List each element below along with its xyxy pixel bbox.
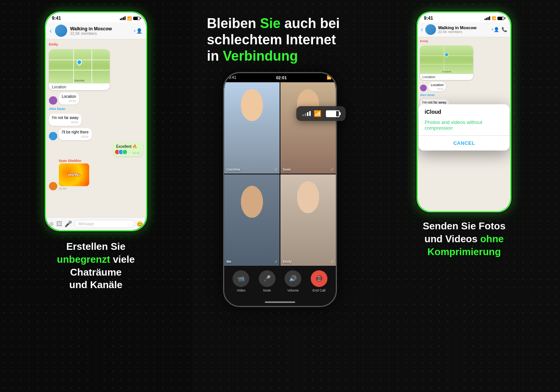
emoji-icon[interactable]: 😊: [137, 221, 143, 227]
sticker-row: Sean Sheldon WAITING 14:55: [49, 159, 143, 190]
video-cell-me: Me ⤢: [224, 174, 280, 266]
caroline-overlay: Caroline ⤢: [224, 82, 280, 174]
location-msg-right: Location 15:01: [420, 82, 508, 91]
call-timer: 02:01: [276, 75, 287, 80]
caption-right: Senden Sie Fotos und Videos ohne Komprim…: [423, 220, 505, 258]
map-place-label: Sokolniki: [74, 79, 85, 82]
end-call-icon: 📵: [315, 275, 323, 282]
volume-btn-label: Volume: [287, 289, 299, 292]
panel-right: 9:41 📶 ‹: [368, 0, 560, 392]
members-right: 22.5K members: [438, 30, 489, 34]
video-status-bar: 9:41 02:01 📶: [224, 73, 336, 82]
sticker-time: 14:55: [59, 187, 89, 190]
volume-icon: 🔊: [289, 275, 297, 282]
status-bar-left: 9:41 📶: [46, 13, 146, 22]
alex-msg2-row: I'll be right there 15:01: [49, 128, 143, 140]
end-call-btn[interactable]: 📵 End Call: [311, 270, 327, 292]
icloud-cancel-btn[interactable]: CANCEL: [418, 136, 510, 151]
volume-btn-circle[interactable]: 🔊: [285, 270, 301, 287]
expand-emily[interactable]: ⤢: [330, 259, 333, 263]
header-info: Walking in Moscow 22,5K members: [70, 26, 130, 36]
video-btn-label: Video: [237, 289, 245, 292]
group-avatar: [55, 25, 67, 37]
expand-me[interactable]: ⤢: [274, 259, 277, 263]
wifi-signal-icon: 📶: [314, 110, 321, 117]
emily-overlay: Emily ⤢: [280, 174, 336, 266]
chat-header-right: ‹ Walking in Moscow 22.5K members +👤 📞: [418, 22, 510, 37]
back-icon-right[interactable]: ‹: [421, 26, 423, 33]
emily-name: Emily: [283, 260, 292, 263]
call-icon-right[interactable]: 📞: [502, 27, 507, 32]
video-cell-sean: Sean ⤢: [280, 82, 336, 174]
members-count: 22,5K members: [70, 31, 130, 36]
avatar-sean: [49, 182, 57, 190]
status-icons-left: 📶: [120, 16, 140, 20]
status-icons-right: 📶: [484, 16, 504, 20]
expand-sean[interactable]: ⤢: [330, 167, 333, 171]
volume-btn[interactable]: 🔊 Volume: [285, 270, 301, 292]
header-actions: +👤: [133, 28, 142, 34]
message-input[interactable]: Message: [74, 220, 134, 228]
group-name-right: Walking in Moscow: [438, 25, 489, 30]
video-cell-caroline: Caroline ⤢: [224, 82, 280, 174]
status-time-video: 9:41: [229, 75, 236, 80]
chat-area-left: Emily Sokolniki Location: [46, 39, 146, 217]
map-bubble: Sokolniki Location: [49, 49, 110, 90]
attach-icon[interactable]: 🖼: [56, 221, 62, 227]
video-cell-emily: Emily ⤢: [280, 174, 336, 266]
status-bar-right: 9:41 📶: [418, 13, 510, 22]
sent-msg-row: Excellent 🔥 ··· 14:42: [49, 143, 143, 157]
avatar-alex: [49, 132, 57, 140]
message-input-bar: ⊕ 🖼 🎤 Message 😊: [46, 217, 146, 230]
panel-middle: Bleiben Sie auch bei schlechtem Internet…: [192, 0, 368, 392]
location-label-right: Location: [420, 74, 473, 80]
icloud-title: iCloud: [418, 104, 510, 116]
sender-alex-right: Alex Dean: [420, 93, 508, 97]
group-name: Walking in Moscow: [70, 26, 130, 31]
home-indicator: [224, 298, 336, 306]
battery-indicator: [326, 110, 340, 117]
add-member-icon[interactable]: +👤: [133, 28, 142, 34]
alex-msg1: I'm not far away 15:01: [49, 114, 82, 126]
map-area-right: Sokolniki: [420, 45, 473, 74]
mic-icon[interactable]: 🎤: [64, 220, 72, 227]
icloud-modal: iCloud Photos and videos without compres…: [418, 104, 510, 151]
map-area: Sokolniki: [49, 49, 110, 83]
signal-bars: [302, 111, 311, 116]
video-icon: 📹: [237, 275, 245, 282]
caroline-name: Caroline: [227, 168, 240, 171]
plus-icon[interactable]: ⊕: [49, 220, 54, 227]
avatar-emily-right: [420, 85, 427, 91]
middle-heading: Bleiben Sie auch bei schlechtem Internet…: [192, 0, 368, 72]
video-btn[interactable]: 📹 Video: [233, 270, 249, 292]
signal-overlay-card: 📶: [296, 106, 346, 121]
caption-left: Erstellen Sie unbegrenzt viele Chaträume…: [57, 240, 135, 292]
sent-bubble: Excellent 🔥 ··· 14:42: [113, 143, 143, 157]
sender-alex: Alex Dean: [49, 107, 143, 111]
location-bubble-right: Location 15:01: [428, 82, 446, 91]
heading-bleiben: Bleiben Sie auch bei: [207, 16, 340, 31]
call-controls: 📹 Video 🎤 Mute 🔊 Volume: [224, 266, 336, 298]
heading-schlechtem: schlechtem Internet: [207, 32, 336, 47]
home-bar: [265, 301, 295, 303]
sean-overlay: Sean ⤢: [280, 82, 336, 174]
map-pin: [77, 60, 82, 65]
group-avatar-right: [425, 24, 436, 35]
avatar-emily: [49, 96, 57, 105]
mute-icon: 🎤: [263, 275, 271, 282]
time-right: 9:41: [424, 16, 433, 21]
video-btn-circle[interactable]: 📹: [233, 270, 249, 287]
end-call-btn-circle[interactable]: 📵: [311, 270, 327, 287]
header-info-right: Walking in Moscow 22.5K members: [438, 25, 489, 34]
sender-sean: Sean Sheldon: [59, 159, 89, 163]
alex-msg1-row: I'm not far away 15:01: [49, 114, 143, 126]
add-member-icon-right[interactable]: +👤: [491, 27, 499, 32]
phone-left: 9:41 📶 ‹: [45, 11, 147, 231]
location-msg-row: Location 15:01: [49, 93, 143, 105]
mute-btn[interactable]: 🎤 Mute: [259, 270, 275, 292]
back-icon[interactable]: ‹: [50, 27, 52, 35]
expand-caroline[interactable]: ⤢: [274, 167, 277, 171]
location-label: Location: [49, 83, 110, 90]
me-name: Me: [227, 260, 231, 263]
mute-btn-circle[interactable]: 🎤: [259, 270, 275, 287]
